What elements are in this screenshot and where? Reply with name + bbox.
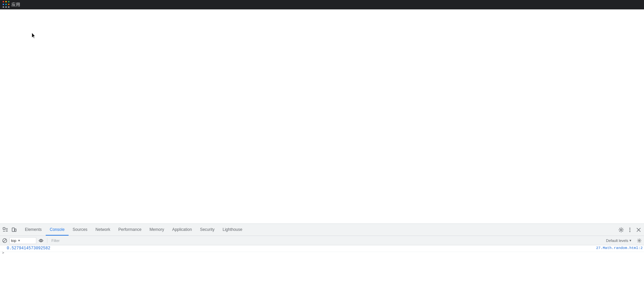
console-output-row: 0.5279414573092582 27.Math.random.html:2 (0, 245, 644, 252)
devtools-panel: Elements Console Sources Network Perform… (0, 223, 644, 301)
more-options-button[interactable] (626, 226, 634, 234)
live-expressions-button[interactable] (38, 237, 44, 244)
console-sidebar-settings-button[interactable] (636, 237, 643, 244)
browser-content (0, 9, 644, 223)
grid-dot (3, 4, 4, 5)
console-output-value: 0.5279414573092582 (7, 246, 591, 251)
grid-dot (8, 4, 9, 5)
settings-button[interactable] (617, 226, 625, 234)
apps-label: 应用 (11, 2, 20, 8)
filter-divider (47, 238, 47, 243)
svg-rect-6 (15, 229, 16, 232)
tab-sources[interactable]: Sources (69, 224, 91, 236)
console-toolbar: top ▼ Default levels ▼ (0, 236, 644, 245)
console-output-source: 27.Math.random.html:2 (591, 246, 643, 250)
console-prompt-row[interactable]: > (0, 252, 644, 253)
device-toolbar-button[interactable] (10, 226, 18, 234)
clear-console-button[interactable] (1, 237, 8, 244)
grid-dot (3, 1, 4, 2)
grid-dot (3, 6, 4, 8)
default-levels-button[interactable]: Default levels ▼ (603, 237, 635, 244)
console-context-value: top (11, 239, 16, 243)
devtools-toolbar: Elements Console Sources Network Perform… (0, 224, 644, 236)
tab-network[interactable]: Network (91, 224, 114, 236)
close-devtools-button[interactable] (635, 226, 643, 234)
svg-rect-5 (12, 228, 14, 232)
svg-point-9 (630, 229, 631, 230)
console-context-select[interactable]: top ▼ (9, 237, 36, 244)
devtools-icons-right (617, 226, 643, 234)
default-levels-label: Default levels (606, 239, 628, 243)
grid-dot (5, 6, 7, 8)
cursor-icon (32, 33, 36, 39)
svg-rect-0 (3, 228, 5, 230)
console-prompt-arrow: > (2, 251, 4, 255)
grid-dot (8, 6, 9, 8)
grid-dot (5, 1, 7, 2)
console-content[interactable]: 0.5279414573092582 27.Math.random.html:2… (0, 245, 644, 301)
grid-dot (5, 4, 7, 5)
tab-performance[interactable]: Performance (114, 224, 146, 236)
svg-point-8 (630, 228, 631, 229)
apps-icon[interactable]: 应用 (3, 1, 20, 8)
tab-security[interactable]: Security (196, 224, 218, 236)
tab-memory[interactable]: Memory (146, 224, 168, 236)
tab-elements[interactable]: Elements (21, 224, 46, 236)
svg-point-10 (630, 231, 631, 232)
console-filter-input[interactable] (50, 237, 602, 244)
context-dropdown-icon: ▼ (17, 239, 21, 242)
svg-line-14 (3, 239, 6, 242)
svg-point-16 (639, 240, 640, 241)
svg-point-15 (40, 240, 42, 241)
levels-dropdown-icon: ▼ (629, 239, 632, 242)
svg-point-7 (620, 229, 622, 231)
devtools-icons-left (1, 226, 18, 234)
inspect-element-button[interactable] (1, 226, 9, 234)
apps-grid (3, 1, 10, 8)
tab-lighthouse[interactable]: Lighthouse (218, 224, 246, 236)
tab-application[interactable]: Application (168, 224, 196, 236)
console-source-link[interactable]: 27.Math.random.html:2 (596, 246, 643, 250)
devtools-tabs: Elements Console Sources Network Perform… (21, 224, 617, 236)
chrome-topbar: 应用 (0, 0, 644, 9)
grid-dot (8, 1, 9, 2)
tab-console[interactable]: Console (46, 224, 69, 236)
